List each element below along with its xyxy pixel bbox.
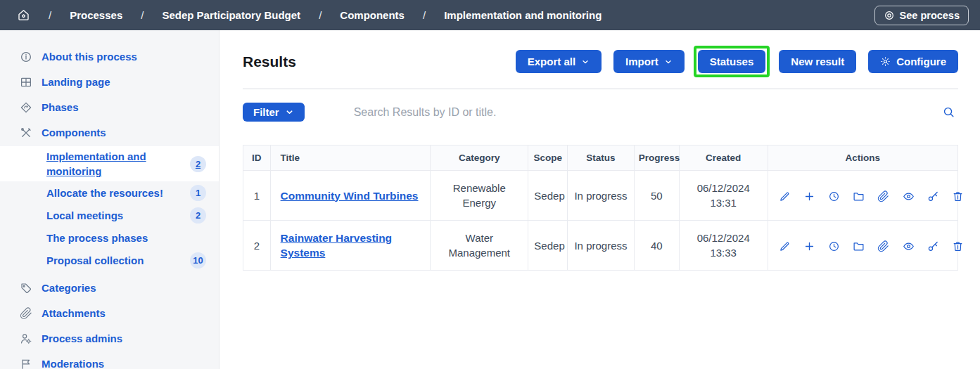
result-progress: 40 <box>634 221 679 271</box>
preview-icon[interactable] <box>898 240 919 252</box>
result-category: Renewable Energy <box>431 171 528 221</box>
count-badge: 2 <box>190 207 206 224</box>
breadcrumb-processes[interactable]: Processes <box>70 9 122 21</box>
folder-icon[interactable] <box>848 240 870 252</box>
chevron-down-icon <box>581 58 590 66</box>
search-icon <box>942 105 955 119</box>
results-table: ID Title Category Scope Status Progress … <box>243 145 958 271</box>
count-badge: 1 <box>190 185 206 201</box>
history-icon[interactable] <box>823 240 845 252</box>
results-panel: Results Export all Import Statuses New r… <box>219 30 980 369</box>
permissions-icon[interactable] <box>922 190 944 202</box>
sidebar-item-categories[interactable]: Categories <box>0 276 219 301</box>
result-actions <box>768 221 957 271</box>
landing-page-icon <box>20 76 32 89</box>
col-title: Title <box>270 145 431 171</box>
sidebar-subitem-proposal-collection[interactable]: Proposal collection 10 <box>0 250 219 271</box>
annotation-highlight-box: Statuses <box>694 46 770 77</box>
breadcrumb-components[interactable]: Components <box>340 9 405 21</box>
result-created: 06/12/2024 13:33 <box>679 221 768 271</box>
table-row: 1 Community Wind Turbines Renewable Ener… <box>243 171 958 221</box>
preview-icon[interactable] <box>898 190 919 202</box>
sidebar-subitem-allocate-resources[interactable]: Allocate the resources! 1 <box>0 182 219 204</box>
history-icon[interactable] <box>823 190 845 202</box>
chevron-down-icon <box>285 108 294 117</box>
col-status: Status <box>568 145 634 171</box>
breadcrumb-separator: / <box>49 9 51 21</box>
sidebar-item-process-admins[interactable]: Process admins <box>0 326 219 351</box>
sidebar-item-landing-page[interactable]: Landing page <box>0 70 219 95</box>
result-id: 1 <box>243 171 271 221</box>
result-title-link[interactable]: Community Wind Turbines <box>281 190 419 202</box>
paperclip-icon <box>20 307 32 320</box>
info-icon <box>20 51 32 63</box>
col-progress: Progress <box>634 145 679 171</box>
components-icon <box>20 127 32 139</box>
count-badge: 10 <box>190 252 206 268</box>
target-icon <box>884 10 895 21</box>
count-badge: 2 <box>190 156 206 172</box>
col-category: Category <box>431 145 528 171</box>
configure-button[interactable]: Configure <box>868 50 958 73</box>
filter-row: Filter <box>243 103 958 122</box>
folder-icon[interactable] <box>848 190 870 202</box>
sidebar-item-attachments[interactable]: Attachments <box>0 301 219 326</box>
result-created: 06/12/2024 13:31 <box>679 171 768 221</box>
export-all-button[interactable]: Export all <box>516 50 602 73</box>
gear-icon <box>880 56 891 67</box>
breadcrumb-current-component[interactable]: Implementation and monitoring <box>444 9 602 21</box>
process-sidebar: About this process Landing page Phases C… <box>0 30 219 369</box>
result-actions <box>768 171 957 221</box>
filter-button[interactable]: Filter <box>243 103 305 122</box>
sidebar-item-about[interactable]: About this process <box>0 44 219 70</box>
flag-icon <box>20 358 32 369</box>
table-row: 2 Rainwater Harvesting Systems Water Man… <box>243 221 958 271</box>
sidebar-item-components[interactable]: Components <box>0 120 219 145</box>
edit-icon[interactable] <box>774 190 796 202</box>
breadcrumb-separator: / <box>319 9 322 21</box>
add-icon[interactable] <box>798 190 820 202</box>
breadcrumb: / Processes / Sedep Participatory Budget… <box>17 8 874 22</box>
import-button[interactable]: Import <box>613 50 685 73</box>
result-status: In progress <box>568 221 634 271</box>
delete-icon[interactable] <box>947 240 969 252</box>
tag-icon <box>20 282 32 294</box>
table-header-row: ID Title Category Scope Status Progress … <box>243 145 958 171</box>
phases-icon <box>20 101 32 114</box>
chevron-down-icon <box>664 58 673 66</box>
result-title-link[interactable]: Rainwater Harvesting Systems <box>281 232 393 259</box>
result-progress: 50 <box>634 171 679 221</box>
sidebar-item-moderations[interactable]: Moderations <box>0 351 219 369</box>
attachments-icon[interactable] <box>872 190 894 202</box>
see-process-button[interactable]: See process <box>874 6 969 25</box>
col-created: Created <box>679 145 768 171</box>
sidebar-item-phases[interactable]: Phases <box>0 95 219 120</box>
page-title: Results <box>243 53 296 70</box>
search-input[interactable] <box>354 106 939 119</box>
home-icon[interactable] <box>17 8 30 22</box>
breadcrumb-separator: / <box>423 9 426 21</box>
result-scope: Sedep <box>528 221 568 271</box>
statuses-button[interactable]: Statuses <box>698 50 766 73</box>
result-scope: Sedep <box>528 171 568 221</box>
search-button[interactable] <box>939 105 958 119</box>
col-scope: Scope <box>528 145 568 171</box>
user-gear-icon <box>20 332 32 345</box>
col-actions: Actions <box>768 145 957 171</box>
header-divider <box>243 89 958 89</box>
sidebar-subitem-implementation-monitoring[interactable]: Implementation and monitoring 2 <box>0 146 219 181</box>
sidebar-subitem-process-phases[interactable]: The process phases <box>0 227 219 249</box>
result-status: In progress <box>568 171 634 221</box>
sidebar-subitem-local-meetings[interactable]: Local meetings 2 <box>0 205 219 226</box>
breadcrumb-separator: / <box>141 9 144 21</box>
permissions-icon[interactable] <box>922 240 944 252</box>
delete-icon[interactable] <box>947 190 969 202</box>
attachments-icon[interactable] <box>872 240 894 252</box>
breadcrumb-process-name[interactable]: Sedep Participatory Budget <box>162 9 300 21</box>
new-result-button[interactable]: New result <box>779 50 856 73</box>
result-category: Water Management <box>431 221 528 271</box>
col-id: ID <box>243 145 271 171</box>
add-icon[interactable] <box>798 240 820 252</box>
admin-topbar: / Processes / Sedep Participatory Budget… <box>0 0 980 30</box>
edit-icon[interactable] <box>774 240 796 252</box>
